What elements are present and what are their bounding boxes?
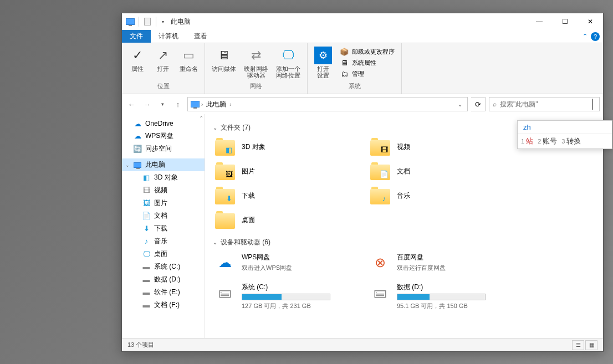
- nav-item-sync[interactable]: 🔄 同步空间: [122, 142, 205, 155]
- chevron-down-icon[interactable]: ⌄: [213, 125, 217, 131]
- index: 2: [538, 138, 541, 145]
- breadcrumb[interactable]: 此电脑: [204, 100, 228, 109]
- rename-button[interactable]: ▭ 重命名: [177, 45, 200, 73]
- drive-icon: 🖴: [370, 283, 390, 303]
- refresh-button[interactable]: ⟳: [471, 97, 486, 111]
- ime-candidate-1[interactable]: 1 站: [521, 136, 533, 146]
- label: 系统属性: [352, 59, 376, 67]
- word: 账号: [543, 136, 557, 146]
- titlebar[interactable]: ▾ 此电脑 — ☐ ✕: [122, 13, 603, 30]
- details-view-button[interactable]: ☰: [572, 340, 584, 350]
- ime-candidate-popup[interactable]: zh 1 站 2 账号 3 转换: [517, 120, 612, 149]
- map-drive-button[interactable]: ⇄ 映射网络 驱动器: [242, 45, 270, 80]
- minimize-button[interactable]: —: [527, 13, 552, 30]
- maximize-button[interactable]: ☐: [552, 13, 578, 30]
- collapse-ribbon-icon[interactable]: ⌃: [583, 33, 588, 40]
- chevron-right-icon[interactable]: ›: [228, 101, 232, 107]
- rename-icon: ▭: [180, 47, 198, 64]
- nav-item-drive-d[interactable]: ▬数据 (D:): [122, 273, 205, 286]
- drive-c[interactable]: 🖴 系统 (C:) 127 GB 可用，共 231 GB: [213, 280, 346, 312]
- tab-view[interactable]: 查看: [186, 30, 215, 43]
- cloud-icon: ☁: [133, 119, 142, 128]
- uninstall-programs-button[interactable]: 📦 卸载或更改程序: [338, 47, 397, 57]
- properties-button[interactable]: ✓ 属性: [126, 45, 149, 73]
- media-tower-icon: 🖥: [215, 47, 233, 64]
- navigation-pane[interactable]: ⌃ ☁ OneDrive ☁ WPS网盘 🔄 同步空间 ⌄ 此电脑 ◧3D 对象…: [122, 114, 205, 338]
- folder-downloads[interactable]: ⬇下载: [213, 184, 346, 207]
- nav-item-drive-c[interactable]: ▬系统 (C:): [122, 260, 205, 273]
- folder-3d-objects[interactable]: ◧3D 对象: [213, 136, 346, 158]
- help-icon[interactable]: ?: [591, 32, 600, 41]
- ribbon: ✓ 属性 ↗ 打开 ▭ 重命名 位置 🖥 访问媒体: [122, 43, 603, 94]
- quick-access-toolbar: ▾: [125, 17, 166, 27]
- label: 文件夹 (7): [221, 123, 251, 132]
- label: 同步空间: [145, 144, 172, 153]
- desktop-icon: 🖵: [142, 250, 151, 259]
- ime-candidate-2[interactable]: 2 账号: [538, 136, 557, 146]
- address-dropdown-icon[interactable]: ⌄: [455, 101, 465, 107]
- qat-dropdown-icon[interactable]: ▾: [160, 19, 166, 24]
- folder-music[interactable]: ♪音乐: [368, 184, 501, 207]
- label: 百度网盘: [397, 253, 446, 262]
- folder-videos[interactable]: 🎞视频: [368, 136, 501, 158]
- access-media-button[interactable]: 🖥 访问媒体: [210, 45, 238, 73]
- open-button[interactable]: ↗ 打开: [152, 45, 174, 73]
- search-input[interactable]: [500, 100, 587, 108]
- music-icon: ♪: [142, 237, 151, 246]
- computer-icon: [190, 99, 200, 109]
- system-properties-button[interactable]: 🖥 系统属性: [338, 58, 397, 68]
- nav-item-music[interactable]: ♪音乐: [122, 235, 205, 248]
- address-bar[interactable]: › 此电脑 › ⌄: [187, 97, 468, 111]
- chevron-down-icon[interactable]: ⌄: [125, 162, 130, 168]
- forward-button[interactable]: →: [141, 98, 153, 110]
- ime-composition: zh: [518, 121, 612, 134]
- word: 转换: [566, 136, 581, 146]
- devices-section-header[interactable]: ⌄ 设备和驱动器 (6): [213, 238, 595, 247]
- nav-item-drive-f[interactable]: ▬文档 (F:): [122, 299, 205, 311]
- add-network-location-button[interactable]: 🖵 添加一个 网络位置: [274, 45, 303, 80]
- picture-icon: 🖼: [142, 199, 151, 208]
- nav-item-documents[interactable]: 📄文档: [122, 209, 205, 222]
- label: 桌面: [242, 216, 255, 225]
- drive-d[interactable]: 🖴 数据 (D:) 95.1 GB 可用，共 150 GB: [368, 280, 501, 312]
- nav-item-drive-e[interactable]: ▬软件 (E:): [122, 286, 205, 299]
- nav-item-downloads[interactable]: ⬇下载: [122, 222, 205, 235]
- close-button[interactable]: ✕: [578, 13, 603, 30]
- nav-item-3d-objects[interactable]: ◧3D 对象: [122, 171, 205, 184]
- ime-candidate-3[interactable]: 3 转换: [561, 136, 581, 146]
- up-button[interactable]: ↑: [172, 98, 184, 110]
- back-button[interactable]: ←: [125, 98, 137, 110]
- nav-item-this-pc[interactable]: ⌄ 此电脑: [122, 158, 205, 171]
- computer-icon: [125, 17, 135, 27]
- folder-pictures[interactable]: 🖼图片: [213, 160, 346, 182]
- scroll-up-icon[interactable]: ⌃: [199, 115, 203, 121]
- tab-computer[interactable]: 计算机: [151, 30, 186, 43]
- nav-item-onedrive[interactable]: ☁ OneDrive: [122, 117, 205, 130]
- tab-file[interactable]: 文件: [122, 30, 151, 43]
- tiles-view-button[interactable]: ▦: [585, 340, 597, 350]
- nav-item-desktop[interactable]: 🖵桌面: [122, 248, 205, 260]
- text-caret: │: [590, 99, 596, 109]
- drive-baidu[interactable]: ⊗ 百度网盘 双击运行百度网盘: [368, 250, 501, 275]
- nav-item-wps[interactable]: ☁ WPS网盘: [122, 130, 205, 142]
- label: 数据 (D:): [154, 275, 180, 284]
- nav-item-pictures[interactable]: 🖼图片: [122, 197, 205, 209]
- search-box[interactable]: ⌕ │: [489, 97, 600, 111]
- folder-documents[interactable]: 📄文档: [368, 160, 501, 182]
- chevron-down-icon[interactable]: ⌄: [213, 239, 217, 245]
- ribbon-group-network: 🖥 访问媒体 ⇄ 映射网络 驱动器 🖵 添加一个 网络位置 网络: [205, 43, 308, 94]
- download-icon: ⬇: [142, 224, 151, 233]
- separator: [156, 17, 156, 27]
- folder-desktop[interactable]: 桌面: [213, 209, 346, 231]
- manage-button[interactable]: 🗂 管理: [338, 69, 397, 79]
- label: 下载: [154, 224, 167, 233]
- explorer-window: ▾ 此电脑 — ☐ ✕ 文件 计算机 查看 ⌃ ? ✓ 属性 ↗ 打开: [121, 13, 604, 352]
- nav-item-videos[interactable]: 🎞视频: [122, 184, 205, 197]
- label: 系统 (C:): [154, 262, 180, 271]
- folder-icon: ◧: [215, 138, 235, 156]
- open-settings-button[interactable]: ⚙ 打开 设置: [312, 45, 334, 80]
- drive-wps[interactable]: ☁ WPS网盘 双击进入WPS网盘: [213, 250, 346, 275]
- chevron-right-icon[interactable]: ›: [200, 101, 204, 107]
- recent-dropdown-icon[interactable]: ▾: [156, 98, 168, 110]
- index: 1: [521, 138, 524, 145]
